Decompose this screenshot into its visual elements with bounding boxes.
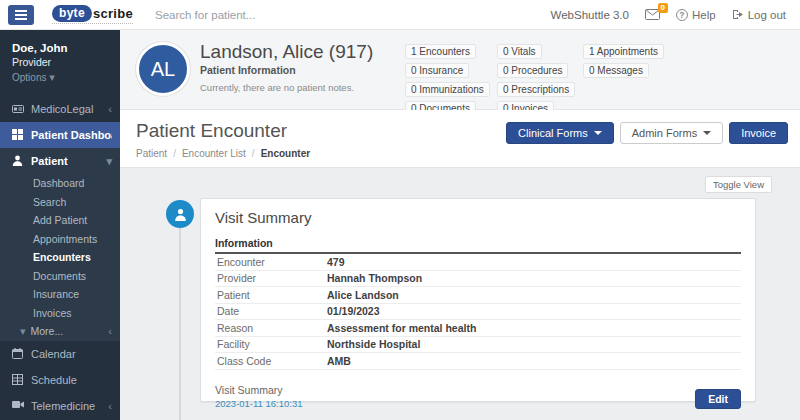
sidebar-item-schedule[interactable]: Schedule — [0, 367, 120, 393]
messages-count-badge: 0 — [658, 3, 668, 13]
help-label: Help — [692, 9, 716, 21]
row-value: Assessment for mental health — [327, 322, 476, 335]
table-icon — [12, 374, 24, 386]
table-row: Reason Assessment for mental health — [215, 320, 741, 337]
table-row: Class Code AMB — [215, 353, 741, 370]
table-row: Facility Northside Hospital — [215, 337, 741, 354]
sidebar-subitem-invoices[interactable]: Invoices — [0, 304, 120, 323]
sidebar-subitem-insurance[interactable]: Insurance — [0, 285, 120, 304]
logout-label: Log out — [748, 9, 786, 21]
sidebar-item-medicolegal[interactable]: MedicoLegal ‹ — [0, 96, 120, 122]
app-version: WebShuttle 3.0 — [551, 9, 629, 21]
sidebar-item-calendar[interactable]: Calendar — [0, 341, 120, 367]
sidebar-subitem-encounters[interactable]: Encounters — [0, 248, 120, 267]
table-row: Provider Hannah Thompson — [215, 271, 741, 288]
logo-byte: byte — [52, 5, 92, 22]
topbar: bytescribe WebShuttle 3.0 0 ? Help Log o… — [0, 0, 800, 30]
sidebar-item-label: Schedule — [31, 374, 112, 386]
chevron-left-icon: ‹ — [108, 325, 112, 337]
patient-subtitle: Patient Information — [200, 64, 296, 76]
sidebar: Doe, John Provider Options ▾ MedicoLegal… — [0, 30, 120, 420]
stat-encounters: 1 Encounters — [405, 44, 476, 59]
chevron-down-icon: ▾ — [20, 325, 26, 338]
clinical-forms-button[interactable]: Clinical Forms — [506, 122, 614, 144]
messages-button[interactable]: 0 — [645, 9, 660, 20]
sidebar-item-label: MedicoLegal — [31, 103, 101, 115]
footer-timestamp-link[interactable]: 2023-01-11 16:10:31 — [215, 398, 303, 409]
topbar-right: WebShuttle 3.0 0 ? Help Log out — [551, 9, 800, 21]
sidebar-item-telemedicine[interactable]: Telemedicine ‹ — [0, 393, 120, 419]
patient-notes: Currently, there are no patient notes. — [200, 82, 354, 93]
sidebar-subitem-more[interactable]: ▾ More... ‹ — [0, 322, 120, 341]
edit-button[interactable]: Edit — [695, 389, 741, 409]
footer-title: Visit Summary — [215, 384, 303, 396]
sidebar-item-label: Calendar — [31, 348, 112, 360]
sidebar-subitem-appointments[interactable]: Appointments — [0, 230, 120, 249]
patient-header: AL Landson, Alice (917) Patient Informat… — [120, 30, 800, 110]
chevron-down-icon: ▾ — [106, 155, 112, 168]
stat-prescriptions: 0 Prescriptions — [497, 82, 575, 97]
row-label: Class Code — [215, 355, 327, 368]
search-input[interactable] — [155, 9, 345, 21]
help-icon: ? — [676, 9, 688, 21]
video-camera-icon — [12, 400, 24, 412]
breadcrumb-patient[interactable]: Patient — [136, 148, 167, 159]
logout-icon — [732, 9, 744, 20]
sidebar-item-patient[interactable]: Patient ▾ — [0, 148, 120, 174]
table-row: Patient Alice Landson — [215, 287, 741, 304]
patient-stats: 1 Encounters 0 Vitals 1 Appointments 0 I… — [405, 44, 679, 116]
breadcrumb: Patient / Encounter List / Encounter — [136, 148, 310, 159]
calendar-icon — [12, 348, 24, 360]
caret-down-icon — [703, 131, 711, 135]
row-label: Date — [215, 305, 327, 318]
row-value: Northside Hospital — [327, 338, 420, 351]
sidebar-subitem-search[interactable]: Search — [0, 193, 120, 212]
help-button[interactable]: ? Help — [676, 9, 716, 21]
page-header: Patient Encounter Patient / Encounter Li… — [120, 110, 800, 168]
stat-appointments: 1 Appointments — [583, 44, 664, 59]
row-label: Reason — [215, 322, 327, 335]
patient-name: Landson, Alice (917) — [200, 41, 373, 63]
row-label: Patient — [215, 289, 327, 302]
sidebar-item-label: Telemedicine — [31, 400, 101, 412]
patient-avatar: AL — [136, 42, 190, 96]
sidebar-subitem-add-patient[interactable]: Add Patient — [0, 211, 120, 230]
sidebar-patient-section: Patient ▾ Dashboard Search Add Patient A… — [0, 148, 120, 341]
sidebar-user-panel: Doe, John Provider Options ▾ — [0, 30, 120, 96]
row-label: Provider — [215, 272, 327, 285]
row-value: Alice Landson — [327, 289, 399, 302]
row-value: AMB — [327, 355, 351, 368]
information-section-header: Information — [215, 237, 741, 254]
hamburger-icon — [15, 10, 27, 20]
sidebar-item-patient-dashboard[interactable]: Patient Dashboard — [0, 122, 120, 148]
sidebar-subitem-dashboard[interactable]: Dashboard — [0, 174, 120, 193]
toggle-view-button[interactable]: Toggle View — [705, 176, 772, 193]
grid-icon — [12, 129, 24, 141]
bytescribe-logo[interactable]: bytescribe — [52, 5, 133, 24]
user-name: Doe, John — [12, 42, 108, 54]
timeline-user-icon — [166, 200, 194, 228]
content-area: Toggle View Visit Summary Information En… — [120, 168, 800, 420]
chevron-left-icon: ‹ — [108, 103, 112, 115]
user-options-dropdown[interactable]: Options ▾ — [12, 71, 108, 84]
sidebar-item-label: Patient — [31, 155, 99, 167]
breadcrumb-encounter-list[interactable]: Encounter List — [182, 148, 246, 159]
invoice-button[interactable]: Invoice — [729, 122, 788, 144]
table-row: Date 01/19/2023 — [215, 304, 741, 321]
timeline-line — [179, 226, 181, 420]
row-value: 01/19/2023 — [327, 305, 380, 318]
logo-scribe: scribe — [93, 6, 133, 21]
visit-summary-title: Visit Summary — [215, 209, 741, 226]
logout-button[interactable]: Log out — [732, 9, 786, 21]
admin-forms-button[interactable]: Admin Forms — [620, 122, 723, 144]
stat-vitals: 0 Vitals — [497, 44, 542, 59]
row-value: Hannah Thompson — [327, 272, 422, 285]
row-label: Encounter — [215, 256, 327, 269]
stat-immunizations: 0 Immunizations — [405, 82, 490, 97]
user-role: Provider — [12, 56, 108, 68]
row-label: Facility — [215, 338, 327, 351]
menu-toggle-button[interactable] — [8, 5, 34, 25]
card-footer: Visit Summary 2023-01-11 16:10:31 Edit — [215, 384, 741, 409]
chevron-left-icon: ‹ — [108, 400, 112, 412]
sidebar-subitem-documents[interactable]: Documents — [0, 267, 120, 286]
